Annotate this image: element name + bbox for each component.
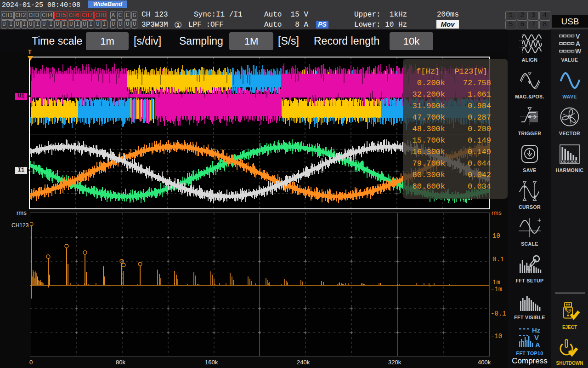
svg-text:A: A [535,341,540,348]
svg-text:V: V [534,334,539,341]
svg-text:W: W [575,47,582,54]
svg-text:V: V [576,33,580,40]
svg-text:A: A [576,40,580,47]
svg-text:Hz: Hz [532,327,540,334]
